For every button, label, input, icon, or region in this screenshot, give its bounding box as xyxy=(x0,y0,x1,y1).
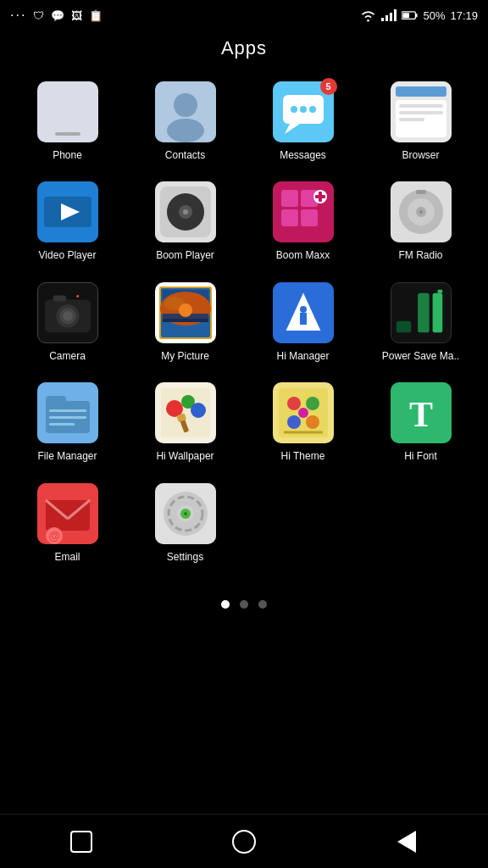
svg-rect-2 xyxy=(403,13,410,18)
vpn-icon: 🛡 xyxy=(33,9,44,22)
svg-rect-62 xyxy=(432,292,442,332)
app-label-fmradio: FM Radio xyxy=(398,249,442,261)
svg-rect-13 xyxy=(396,86,446,97)
nav-home-button[interactable] xyxy=(225,823,263,860)
app-item-hitheme[interactable]: Hi Theme xyxy=(244,374,362,474)
app-label-camera: Camera xyxy=(49,350,86,362)
app-icon-wrap-fmradio xyxy=(391,181,452,242)
svg-rect-27 xyxy=(281,190,298,207)
svg-point-81 xyxy=(287,397,301,410)
svg-text:T: T xyxy=(408,395,432,434)
svg-rect-71 xyxy=(49,423,75,426)
svg-point-83 xyxy=(287,415,301,429)
svg-point-60 xyxy=(300,306,307,313)
app-item-hiwallpaper[interactable]: Hi Wallpaper xyxy=(126,374,244,474)
app-item-email[interactable]: @ Email xyxy=(8,475,126,575)
app-label-mypicture: My Picture xyxy=(161,350,209,362)
pagination-dot-2[interactable] xyxy=(240,600,248,609)
svg-rect-17 xyxy=(399,118,424,121)
app-item-boomplayer[interactable]: Boom Player xyxy=(126,173,244,273)
app-item-contacts[interactable]: Contacts xyxy=(126,73,244,173)
svg-text:@: @ xyxy=(48,529,60,542)
app-icon-wrap-boommaxx xyxy=(273,181,334,242)
svg-rect-69 xyxy=(49,409,86,412)
app-label-boommaxx: Boom Maxx xyxy=(276,249,330,261)
svg-rect-70 xyxy=(49,416,86,419)
clock: 17:19 xyxy=(450,9,478,22)
app-label-hifont: Hi Font xyxy=(404,450,437,462)
app-icon-wrap-mypicture xyxy=(155,282,216,343)
svg-rect-39 xyxy=(416,190,426,194)
svg-rect-15 xyxy=(399,104,443,108)
app-item-boommaxx[interactable]: Boom Maxx xyxy=(244,173,362,273)
app-icon-wrap-browser xyxy=(391,81,452,142)
app-item-phone[interactable]: Phone xyxy=(8,73,126,173)
svg-rect-56 xyxy=(163,319,208,322)
svg-rect-30 xyxy=(301,209,318,226)
app-item-hifont[interactable]: T Hi Font xyxy=(362,374,480,474)
app-item-browser[interactable]: Browser xyxy=(362,73,480,173)
app-label-hitheme: Hi Theme xyxy=(281,450,325,462)
app-label-himanager: Hi Manager xyxy=(276,350,329,362)
app-icon-wrap-phone xyxy=(37,81,98,142)
svg-rect-64 xyxy=(418,292,430,332)
nav-recent-button[interactable] xyxy=(63,823,100,860)
nav-back-button[interactable] xyxy=(388,823,425,860)
svg-rect-65 xyxy=(396,321,411,333)
app-icon-wrap-videoplayer xyxy=(37,181,98,242)
app-label-boomplayer: Boom Player xyxy=(156,249,214,261)
app-icon-wrap-himanager xyxy=(273,282,334,343)
app-item-fmradio[interactable]: FM Radio xyxy=(362,173,480,273)
sms-icon: 📋 xyxy=(89,9,103,22)
badge-messages: 5 xyxy=(320,78,337,95)
app-icon-wrap-contacts xyxy=(155,81,216,142)
app-item-filemanager[interactable]: File Manager xyxy=(8,374,126,474)
svg-point-25 xyxy=(183,209,188,214)
signal-icon xyxy=(381,9,396,21)
gallery-icon: 🖼 xyxy=(71,9,82,22)
svg-point-4 xyxy=(174,93,197,117)
svg-rect-68 xyxy=(46,396,66,404)
nav-home-icon xyxy=(232,830,256,854)
app-item-settings[interactable]: Settings xyxy=(126,475,244,575)
app-icon-wrap-boomplayer xyxy=(155,181,216,242)
status-right-icons: 50% 17:19 xyxy=(360,8,478,23)
app-label-powersave: Power Save Ma.. xyxy=(382,350,459,362)
battery-percent: 50% xyxy=(423,9,445,22)
app-item-mypicture[interactable]: My Picture xyxy=(126,274,244,374)
status-left-icons: ··· 🛡 💬 🖼 📋 xyxy=(10,8,103,23)
app-item-himanager[interactable]: Hi Manager xyxy=(244,274,362,374)
svg-rect-46 xyxy=(53,295,66,301)
whatsapp-icon: 💬 xyxy=(51,9,64,22)
app-icon-wrap-camera xyxy=(37,282,98,343)
svg-point-82 xyxy=(306,397,319,410)
pagination-dot-3[interactable] xyxy=(258,600,267,609)
pagination-dot-1[interactable] xyxy=(221,600,230,609)
app-label-filemanager: File Manager xyxy=(37,450,97,462)
svg-point-10 xyxy=(300,106,307,113)
bottom-nav xyxy=(0,814,488,868)
svg-point-38 xyxy=(419,210,423,214)
app-label-messages: Messages xyxy=(280,149,326,161)
app-item-messages[interactable]: 5Messages xyxy=(244,73,362,173)
app-item-camera[interactable]: Camera xyxy=(8,274,126,374)
app-label-phone: Phone xyxy=(53,149,82,161)
menu-icon: ··· xyxy=(10,8,26,23)
svg-point-9 xyxy=(291,106,297,113)
svg-point-5 xyxy=(167,119,204,142)
app-grid: Phone Contacts 5Messages xyxy=(0,73,488,575)
app-label-email: Email xyxy=(54,551,80,563)
svg-rect-63 xyxy=(437,290,442,293)
app-label-contacts: Contacts xyxy=(165,149,205,161)
nav-back-icon xyxy=(397,831,416,853)
wifi-icon xyxy=(360,8,376,23)
app-icon-wrap-hiwallpaper xyxy=(155,382,216,443)
app-icon-wrap-hitheme xyxy=(273,382,334,443)
svg-point-55 xyxy=(179,303,192,317)
app-item-powersave[interactable]: Power Save Ma.. xyxy=(362,274,480,374)
app-label-videoplayer: Video Player xyxy=(39,249,97,261)
svg-rect-59 xyxy=(300,313,307,325)
app-label-browser: Browser xyxy=(402,149,439,161)
app-item-videoplayer[interactable]: Video Player xyxy=(8,173,126,273)
app-icon-wrap-powersave xyxy=(391,282,452,343)
